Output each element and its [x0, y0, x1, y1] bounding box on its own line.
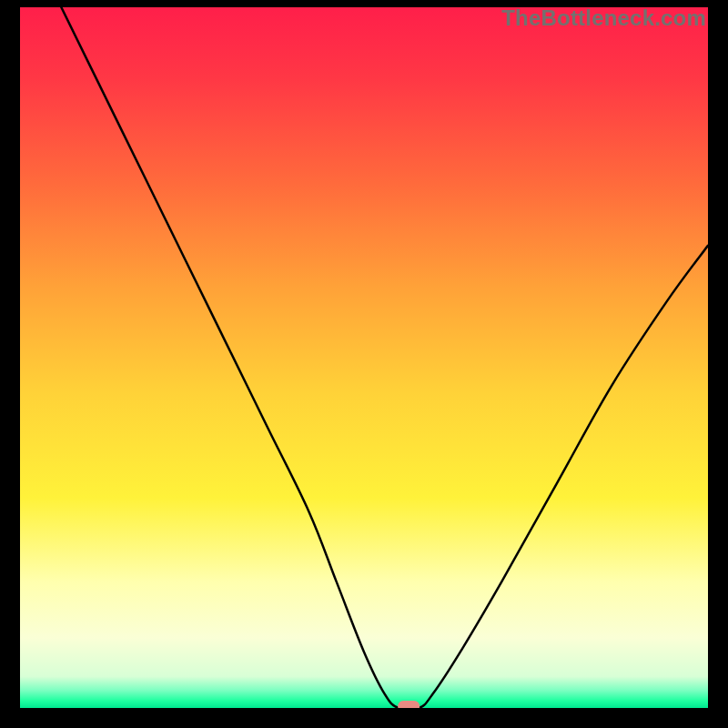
optimal-marker	[398, 701, 420, 708]
chart-frame	[20, 7, 708, 708]
bottleneck-chart	[20, 7, 708, 708]
watermark-text: TheBottleneck.com	[501, 5, 706, 31]
gradient-background	[20, 7, 708, 708]
